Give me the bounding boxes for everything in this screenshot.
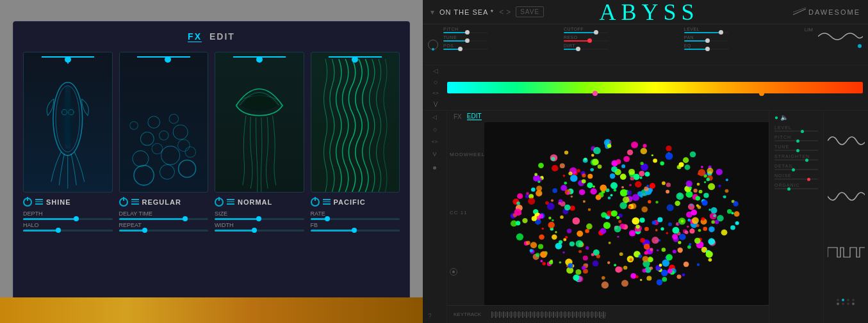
svg-point-417 xyxy=(540,251,547,258)
eq-track[interactable] xyxy=(684,49,729,50)
svg-point-340 xyxy=(641,207,648,212)
svg-point-224 xyxy=(614,264,616,267)
regular-menu[interactable] xyxy=(131,199,139,205)
spectrum-marker-orange[interactable] xyxy=(759,91,764,96)
tune-track[interactable] xyxy=(443,40,488,42)
dirt-track[interactable] xyxy=(564,49,609,50)
spectrum-marker-pink[interactable] xyxy=(593,91,598,96)
left-panel: FX EDIT xyxy=(0,0,423,323)
rc-noise-slider[interactable] xyxy=(774,178,818,180)
normal-knob[interactable] xyxy=(256,56,263,63)
svg-point-48 xyxy=(569,206,575,211)
rc-organic-slider[interactable] xyxy=(774,188,818,189)
svg-point-422 xyxy=(635,225,639,228)
strip-icon-1[interactable]: ◁ xyxy=(432,114,437,120)
svg-point-346 xyxy=(650,183,655,189)
normal-artwork xyxy=(215,52,304,193)
width-track[interactable] xyxy=(215,230,304,232)
prev-arrow[interactable]: < xyxy=(499,8,504,17)
pacific-knob[interactable] xyxy=(352,56,358,63)
fx-tab[interactable]: FX xyxy=(454,113,462,120)
next-arrow[interactable]: > xyxy=(506,8,511,17)
diamond-icon[interactable]: ◇ xyxy=(428,79,443,85)
edit-tab-label[interactable]: EDIT xyxy=(209,31,235,42)
svg-point-405 xyxy=(526,192,529,194)
size-track[interactable] xyxy=(215,218,304,220)
pacific-artwork xyxy=(311,52,400,193)
key-tick xyxy=(524,312,525,317)
svg-point-187 xyxy=(585,229,589,233)
rc-straighten-slider[interactable] xyxy=(774,159,818,161)
key-tick xyxy=(528,312,529,317)
rc-detail-slider[interactable] xyxy=(774,169,818,170)
svg-point-172 xyxy=(526,241,530,246)
level-track[interactable] xyxy=(684,32,729,33)
svg-point-240 xyxy=(708,183,715,190)
delay-track[interactable] xyxy=(119,218,209,220)
pacific-power[interactable] xyxy=(311,198,320,207)
osc-circle[interactable] xyxy=(428,40,438,50)
reso-track[interactable] xyxy=(564,40,609,42)
svg-point-303 xyxy=(676,193,684,200)
svg-point-368 xyxy=(583,255,588,260)
strip-icon-2[interactable]: ◇ xyxy=(433,127,437,132)
svg-point-336 xyxy=(628,205,631,209)
repeat-track[interactable] xyxy=(119,230,209,232)
key-tick xyxy=(559,312,560,317)
abyss-container: ▾ ON THE SEA * < > SAVE ABYSS DAWESOME xyxy=(423,0,868,323)
svg-point-33 xyxy=(666,182,671,187)
depth-track[interactable] xyxy=(23,218,113,220)
shine-power[interactable] xyxy=(23,198,32,207)
key-tick xyxy=(591,311,593,318)
halo-track[interactable] xyxy=(23,230,113,232)
pos-track[interactable] xyxy=(443,49,488,50)
edit-tab[interactable]: EDIT xyxy=(467,113,482,120)
pitch-track[interactable] xyxy=(443,32,488,33)
speaker-icon[interactable]: 🔈 xyxy=(780,114,788,121)
svg-point-175 xyxy=(666,146,671,152)
depth-fill xyxy=(23,218,77,220)
v-icon[interactable]: V xyxy=(428,101,443,108)
svg-point-362 xyxy=(660,161,664,165)
spectrum-bar[interactable] xyxy=(447,82,863,93)
svg-point-243 xyxy=(662,182,666,185)
svg-point-17 xyxy=(134,165,154,185)
regular-knob[interactable] xyxy=(165,56,171,63)
normal-power[interactable] xyxy=(215,198,224,207)
rc-pitch-slider[interactable] xyxy=(774,140,818,141)
help-button[interactable]: ? xyxy=(428,313,432,320)
strip-icon-4[interactable]: V xyxy=(432,151,436,157)
code-icon[interactable]: <> xyxy=(428,90,443,96)
circle-icon[interactable] xyxy=(450,268,457,276)
svg-point-402 xyxy=(735,221,739,225)
rate-track[interactable] xyxy=(311,218,400,220)
shine-menu[interactable] xyxy=(35,199,43,205)
svg-point-358 xyxy=(640,194,643,197)
svg-point-131 xyxy=(596,194,602,200)
svg-point-420 xyxy=(568,171,572,175)
svg-point-138 xyxy=(673,249,676,253)
cutoff-track[interactable] xyxy=(564,32,609,33)
normal-menu[interactable] xyxy=(227,199,234,205)
regular-power[interactable] xyxy=(119,198,128,207)
rc-detail: DETAIL xyxy=(774,164,818,170)
strip-icon-3[interactable]: <> xyxy=(432,139,438,145)
rc-tune-slider[interactable] xyxy=(774,150,818,151)
svg-point-105 xyxy=(682,274,685,276)
pan-track[interactable] xyxy=(684,40,729,42)
fb-track[interactable] xyxy=(311,230,400,232)
svg-point-260 xyxy=(575,269,581,275)
fx-slot-shine: SHINE DEPTH HALO xyxy=(23,52,113,282)
key-tick xyxy=(580,311,581,318)
svg-point-142 xyxy=(587,174,593,179)
svg-point-361 xyxy=(563,175,566,177)
key-tick xyxy=(585,312,587,317)
svg-point-298 xyxy=(640,279,643,281)
dropdown-arrow[interactable]: ▾ xyxy=(430,8,434,17)
rc-level-slider[interactable] xyxy=(774,130,818,132)
fx-tab-label[interactable]: FX xyxy=(188,31,202,42)
back-icon[interactable]: ◁ xyxy=(428,67,443,74)
pacific-menu[interactable] xyxy=(323,199,331,205)
svg-point-360 xyxy=(603,222,610,229)
shine-knob[interactable] xyxy=(65,56,71,63)
